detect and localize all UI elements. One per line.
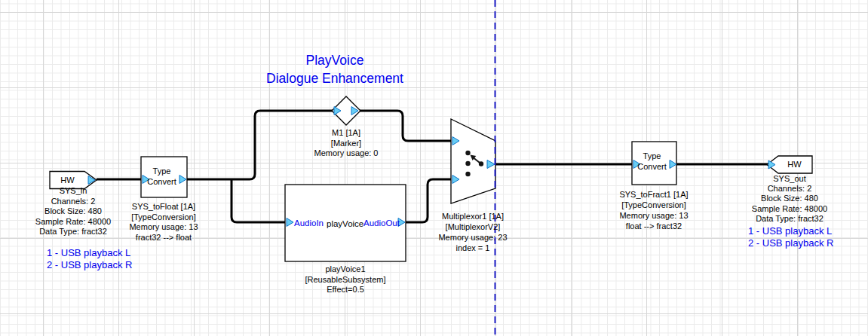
label-line: Data Type: fract32 xyxy=(728,214,851,224)
label-line: PlayVoice xyxy=(214,52,455,70)
label-line: [Marker] xyxy=(284,139,408,149)
output-channel-notes: 1 - USB playback L2 - USB playback R xyxy=(748,225,833,249)
playvoice-shape-label: playVoice xyxy=(327,219,363,228)
label-line: Convert xyxy=(141,177,182,188)
label-line: fract32 --> float xyxy=(102,233,225,243)
label-line: Convert xyxy=(632,162,672,173)
label-line: Sample Rate: 48000 xyxy=(728,204,851,214)
label-line: [TypeConversion] xyxy=(102,212,225,223)
label-line: Effect=0.5 xyxy=(284,285,407,295)
label-line: SYS_in xyxy=(11,186,135,197)
playvoice-caption: playVoice1[ReusableSubsystem]Effect=0.5 xyxy=(284,264,407,295)
label-line: Block Size: 480 xyxy=(728,194,851,203)
label-line: 1 - USB playback L xyxy=(47,247,132,259)
label-line: 2 - USB playback R xyxy=(47,259,132,271)
playvoice-input-port-label: AudioIn xyxy=(294,218,324,228)
label-line: [TypeConversion] xyxy=(592,200,716,210)
diagram-title: PlayVoiceDialogue Enhancement xyxy=(214,52,455,87)
typeconvert1-caption: SYS_toFloat [1A][TypeConversion]Memory u… xyxy=(102,202,225,243)
label-line: M1 [1A] xyxy=(284,128,408,139)
block-multiplexor1[interactable] xyxy=(451,119,495,203)
label-line: 2 - USB playback R xyxy=(748,237,833,249)
sysout-caption: SYS_outChannels: 2Block Size: 480Sample … xyxy=(728,174,851,224)
label-line: Type xyxy=(141,166,182,177)
label-line: SYS_toFloat [1A] xyxy=(102,202,225,212)
playvoice-output-port-label: AudioOut xyxy=(363,218,400,228)
sysin-shape-label: HW xyxy=(50,176,85,186)
marker-caption: M1 [1A][Marker]Memory usage: 0 xyxy=(284,128,408,159)
label-line: Multiplexor1 [1A] xyxy=(411,211,535,221)
label-line: Memory usage: 13 xyxy=(592,210,716,221)
multiplexor-caption: Multiplexor1 [1A][MultiplexorV2]Memory u… xyxy=(411,211,535,253)
label-line: Memory usage: 0 xyxy=(284,148,408,159)
label-line: SYS_out xyxy=(728,174,851,184)
label-line: Type xyxy=(632,151,672,162)
typeconvert2-shape-label: TypeConvert xyxy=(632,151,672,172)
label-line: 1 - USB playback L xyxy=(748,225,833,237)
label-line: [MultiplexorV2] xyxy=(411,221,535,232)
sysout-shape-label: HW xyxy=(777,160,812,170)
label-line: [ReusableSubsystem] xyxy=(284,275,407,286)
schematic-canvas[interactable]: PlayVoiceDialogue Enhancement HW SYS_inC… xyxy=(0,0,868,336)
block-marker-m1[interactable] xyxy=(332,96,360,125)
label-line: Memory usage: 23 xyxy=(411,232,535,243)
label-line: index = 1 xyxy=(411,243,535,253)
input-channel-notes: 1 - USB playback L2 - USB playback R xyxy=(47,247,132,270)
label-line: Memory usage: 13 xyxy=(102,222,225,233)
label-line: float --> fract32 xyxy=(592,221,716,231)
label-line: playVoice1 xyxy=(284,264,407,275)
typeconvert2-caption: SYS_toFract1 [1A][TypeConversion]Memory … xyxy=(592,189,716,231)
wire-typeconvert1-to-playvoice[interactable] xyxy=(232,179,287,222)
label-line: SYS_toFract1 [1A] xyxy=(592,189,716,200)
label-line: Channels: 2 xyxy=(728,184,851,194)
typeconvert1-shape-label: TypeConvert xyxy=(141,166,182,187)
label-line: Dialogue Enhancement xyxy=(214,70,455,88)
